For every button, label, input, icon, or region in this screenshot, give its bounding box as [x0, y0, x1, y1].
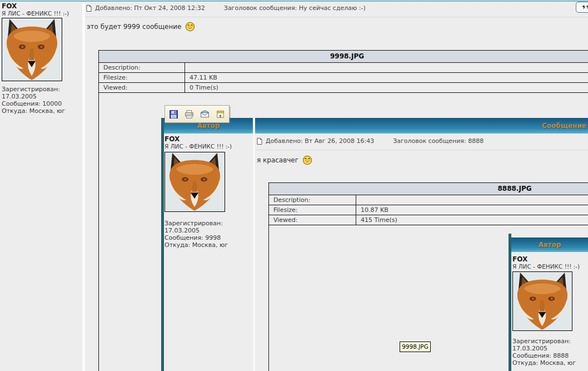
viewed-value: 415 Time(s) [356, 215, 397, 225]
forum-page: FOX Я ЛИС - ФЕНИКС !!! :-) Зарегистриров… [0, 0, 588, 371]
description-label: Description: [99, 63, 185, 72]
user-title: Я ЛИС - ФЕНИКС !!! :-) [512, 263, 588, 270]
mail-icon[interactable] [200, 110, 210, 119]
author-sidebar: FOX Я ЛИС - ФЕНИКС !!! :-) Зарегистриров… [2, 2, 82, 115]
user-stats: Зарегистрирован: 17.03.2005 Сообщения: 1… [2, 86, 82, 115]
user-stats: Зарегистрирован: 17.03.2005 Сообщения: 9… [165, 220, 252, 249]
avatar [2, 18, 62, 81]
attachment-viewed-row: Viewed: 0 Time(s) [99, 83, 588, 93]
post-added: Добавлено: Пт Окт 24, 2008 12:32 [95, 4, 205, 12]
quote-header-divider [256, 150, 588, 150]
message-column-header: Сообщение [525, 122, 588, 130]
user-stats: Зарегистрирован: 17.03.2005 Сообщения: 8… [512, 338, 588, 367]
page-icon [257, 138, 262, 145]
attachment-filename[interactable]: 8888.JPG [269, 183, 588, 195]
attachment-filesize-row: Filesize: 47.11 KB [99, 73, 588, 83]
description-value [356, 195, 361, 205]
post-body: это будет 9999 сообщение [87, 22, 195, 32]
posts-count: Сообщения: 8888 [512, 352, 588, 359]
posts-count: Сообщения: 9998 [165, 234, 252, 241]
post-added: Добавлено: Вт Авг 26, 2008 16:43 [266, 137, 374, 145]
page-icon [86, 5, 92, 12]
location: Откуда: Москва, юг [165, 241, 252, 249]
registered-label: Зарегистрирован: [165, 220, 252, 227]
inner-quote-left-border [509, 234, 511, 371]
save-icon[interactable] [169, 110, 178, 119]
description-value [185, 63, 190, 72]
post-subject: Заголовок сообщения: Ну сейчас сделаю :-… [224, 4, 366, 12]
column-divider [82, 2, 85, 371]
viewed-value: 0 Time(s) [185, 83, 218, 92]
avatar [512, 271, 572, 331]
username: FOX [165, 135, 252, 143]
post-body-text: я красавчег [257, 156, 298, 164]
inner-quote-author-sidebar: FOX Я ЛИС - ФЕНИКС !!! :-) Зарегистриров… [512, 255, 588, 367]
filesize-label: Filesize: [99, 73, 185, 82]
post-header-divider [85, 17, 588, 17]
post-subject: Заголовок сообщения: 8888 [393, 137, 484, 145]
viewed-label: Viewed: [99, 83, 185, 92]
avatar [165, 152, 225, 212]
quote-left-border [161, 118, 164, 371]
very-happy-smiley-icon [185, 22, 195, 32]
attachment-description-row: Description: [269, 195, 588, 205]
registered-label: Зарегистрирован: [2, 86, 82, 93]
viewed-label: Viewed: [269, 215, 356, 225]
ie-image-toolbar [165, 105, 230, 123]
registered-date: 17.03.2005 [512, 345, 588, 352]
attachment-filesize-row: Filesize: 10.87 KB [269, 205, 588, 215]
author-column-header: Автор [511, 241, 588, 249]
username: FOX [2, 2, 82, 10]
quote-post-header: Добавлено: Вт Авг 26, 2008 16:43 Заголов… [257, 137, 484, 145]
registered-date: 17.03.2005 [165, 227, 252, 234]
image-filename-tooltip: 9998.JPG [400, 342, 431, 352]
author-column-header: Автор [164, 122, 253, 130]
attachment-viewed-row: Viewed: 415 Time(s) [269, 215, 588, 225]
top-divider-bar [0, 0, 588, 2]
very-happy-smiley-icon [302, 155, 312, 165]
reply-with-quote-button[interactable] [576, 2, 588, 13]
attachment-description-row: Description: [99, 63, 588, 73]
registered-date: 17.03.2005 [2, 93, 82, 100]
user-title: Я ЛИС - ФЕНИКС !!! :-) [165, 143, 252, 150]
username: FOX [512, 255, 588, 263]
description-label: Description: [269, 195, 356, 205]
quote-author-sidebar: FOX Я ЛИС - ФЕНИКС !!! :-) Зарегистриров… [165, 135, 252, 249]
location: Откуда: Москва, юг [512, 359, 588, 367]
open-in-window-icon[interactable] [216, 110, 225, 119]
registered-label: Зарегистрирован: [512, 338, 588, 345]
attachment-filename[interactable]: 9998.JPG [99, 51, 588, 63]
print-icon[interactable] [185, 110, 194, 119]
quote-icon [581, 5, 588, 9]
filesize-value: 47.11 KB [185, 73, 217, 82]
filesize-value: 10.87 KB [356, 205, 388, 215]
post-body-text: это будет 9999 сообщение [87, 23, 181, 31]
filesize-label: Filesize: [269, 205, 356, 215]
user-title: Я ЛИС - ФЕНИКС !!! :-) [2, 10, 82, 17]
posts-count: Сообщения: 10000 [2, 100, 82, 107]
post-header: Добавлено: Пт Окт 24, 2008 12:32 Заголов… [86, 4, 366, 12]
quote-post-body: я красавчег [257, 155, 312, 165]
quote-column-divider [253, 118, 255, 371]
inner-quote-header-row: Автор [511, 238, 588, 252]
location: Откуда: Москва, юг [2, 107, 82, 115]
